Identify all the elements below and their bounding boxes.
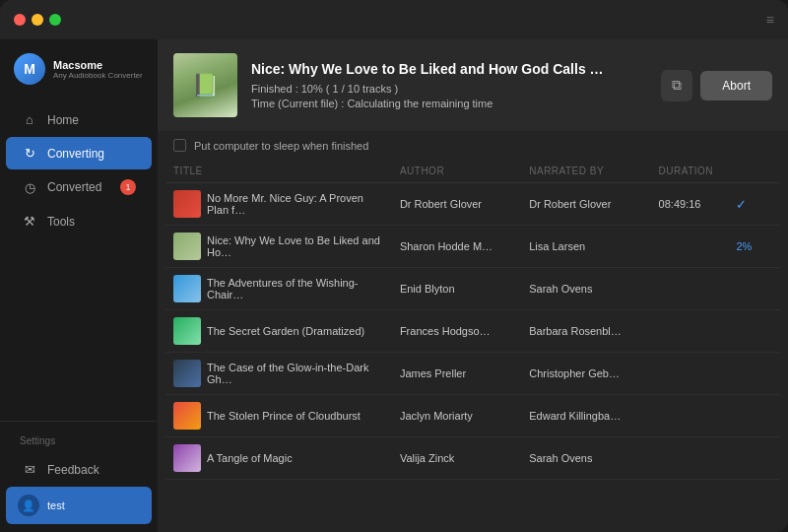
table-row[interactable]: The Secret Garden (Dramatized)Frances Ho… (165, 310, 780, 353)
track-title: Nice: Why We Love to Be Liked and Ho… (207, 234, 384, 258)
converting-title: Nice: Why We Love to Be Liked and How Go… (251, 61, 625, 77)
user-name: test (47, 499, 65, 511)
cell-narrator: Edward Killingba… (521, 395, 650, 437)
sidebar-item-tools[interactable]: ⚒ Tools (6, 205, 152, 237)
sidebar-item-tools-label: Tools (47, 215, 75, 229)
menu-icon[interactable]: ≡ (766, 12, 774, 28)
titlebar: ≡ (0, 0, 788, 39)
track-thumbnail (173, 360, 201, 387)
logo-icon: M (14, 53, 45, 85)
sidebar: M Macsome Any Audiobook Converter ⌂ Home… (0, 39, 158, 532)
settings-label: Settings (6, 430, 152, 452)
cell-title: The Stolen Prince of Cloudburst (165, 395, 392, 437)
cell-narrator: Dr Robert Glover (521, 183, 650, 226)
track-title: The Case of the Glow-in-the-Dark Gh… (207, 362, 384, 385)
tracks-table-container[interactable]: TITLE Author Narrated by DURATION No Mor… (158, 160, 788, 532)
cell-author: Enid Blyton (392, 268, 521, 310)
track-thumbnail (173, 402, 201, 430)
cell-status (728, 310, 780, 353)
cell-title: The Case of the Glow-in-the-Dark Gh… (165, 353, 392, 395)
sidebar-item-feedback[interactable]: ✉ Feedback (6, 453, 152, 486)
cell-author: Dr Robert Glover (392, 183, 521, 226)
abort-button[interactable]: Abort (700, 71, 772, 100)
cell-title: Nice: Why We Love to Be Liked and Ho… (165, 226, 392, 268)
user-avatar: 👤 (18, 495, 39, 516)
tools-icon: ⚒ (22, 214, 37, 229)
content-area: 📗 Nice: Why We Love to Be Liked and How … (158, 39, 788, 532)
cell-duration (651, 353, 729, 395)
converting-progress: Finished : 10% ( 1 / 10 tracks ) (251, 83, 647, 95)
track-title: The Adventures of the Wishing-Chair… (207, 277, 384, 300)
track-thumbnail (173, 190, 201, 218)
cell-duration (651, 395, 729, 437)
cell-narrator: Sarah Ovens (521, 437, 650, 480)
track-title: No More Mr. Nice Guy: A Proven Plan f… (207, 192, 384, 216)
converting-icon: ↻ (22, 146, 37, 161)
sleep-checkbox[interactable] (173, 139, 186, 152)
table-header-row: TITLE Author Narrated by DURATION (165, 160, 780, 183)
sidebar-item-converted-label: Converted (47, 180, 101, 194)
sidebar-logo: M Macsome Any Audiobook Converter (0, 39, 158, 99)
converting-time: Time (Current file) : Calculating the re… (251, 98, 647, 109)
table-row[interactable]: A Tangle of MagicValija ZinckSarah Ovens (165, 437, 780, 480)
cell-author: Jaclyn Moriarty (392, 395, 521, 437)
cell-status: 2% (728, 226, 780, 268)
cell-status: ✓ (728, 183, 780, 226)
track-thumbnail (173, 275, 201, 302)
sidebar-item-home-label: Home (47, 113, 79, 127)
cell-author: Sharon Hodde M… (392, 226, 521, 268)
album-art: 📗 (173, 53, 237, 117)
table-row[interactable]: The Case of the Glow-in-the-Dark Gh…Jame… (165, 353, 780, 395)
cell-duration (651, 268, 729, 310)
cell-narrator: Sarah Ovens (521, 268, 650, 310)
converting-info: Nice: Why We Love to Be Liked and How Go… (251, 61, 647, 109)
sleep-row: Put computer to sleep when finished (158, 131, 788, 160)
traffic-lights (14, 14, 61, 26)
check-icon: ✓ (736, 197, 747, 212)
converted-badge: 1 (120, 179, 136, 195)
progress-indicator: 2% (736, 240, 752, 252)
cell-title: No More Mr. Nice Guy: A Proven Plan f… (165, 183, 392, 226)
table-row[interactable]: No More Mr. Nice Guy: A Proven Plan f…Dr… (165, 183, 780, 226)
maximize-button[interactable] (49, 14, 61, 26)
album-art-inner: 📗 (173, 53, 237, 117)
table-row[interactable]: Nice: Why We Love to Be Liked and Ho…Sha… (165, 226, 780, 268)
logo-subtitle: Any Audiobook Converter (53, 71, 143, 80)
app-window: ≡ M Macsome Any Audiobook Converter ⌂ Ho… (0, 0, 788, 532)
cell-duration (651, 437, 729, 480)
screen-button[interactable]: ⧉ (661, 70, 692, 101)
sidebar-item-home[interactable]: ⌂ Home (6, 103, 152, 136)
logo-text: Macsome Any Audiobook Converter (53, 59, 143, 80)
converting-bar: 📗 Nice: Why We Love to Be Liked and How … (158, 39, 788, 131)
table-row[interactable]: The Stolen Prince of CloudburstJaclyn Mo… (165, 395, 780, 437)
converted-icon: ◷ (22, 180, 37, 195)
cell-duration (651, 226, 729, 268)
sleep-label: Put computer to sleep when finished (194, 140, 368, 152)
cell-narrator: Lisa Larsen (521, 226, 650, 268)
col-header-title: TITLE (165, 160, 392, 183)
close-button[interactable] (14, 14, 26, 26)
cell-status (728, 437, 780, 480)
col-header-narrator: Narrated by (521, 160, 650, 183)
cell-author: Valija Zinck (392, 437, 521, 480)
feedback-icon: ✉ (22, 462, 37, 477)
cell-title: The Secret Garden (Dramatized) (165, 310, 392, 353)
table-row[interactable]: The Adventures of the Wishing-Chair…Enid… (165, 268, 780, 310)
track-thumbnail (173, 444, 201, 472)
converting-actions: ⧉ Abort (661, 70, 772, 101)
col-header-status (728, 160, 780, 183)
cell-duration (651, 310, 729, 353)
sidebar-item-converting[interactable]: ↻ Converting (6, 137, 152, 169)
cell-narrator: Christopher Geb… (521, 353, 650, 395)
cell-author: Frances Hodgso… (392, 310, 521, 353)
sidebar-item-converted[interactable]: ◷ Converted 1 (6, 170, 152, 204)
minimize-button[interactable] (32, 14, 43, 26)
sidebar-item-converting-label: Converting (47, 147, 104, 161)
cell-title: The Adventures of the Wishing-Chair… (165, 268, 392, 310)
cell-status (728, 268, 780, 310)
main-layout: M Macsome Any Audiobook Converter ⌂ Home… (0, 39, 788, 532)
sidebar-bottom: Settings ✉ Feedback 👤 test (0, 421, 158, 532)
user-profile[interactable]: 👤 test (6, 487, 152, 524)
cell-narrator: Barbara Rosenbl… (521, 310, 650, 353)
cell-status (728, 353, 780, 395)
